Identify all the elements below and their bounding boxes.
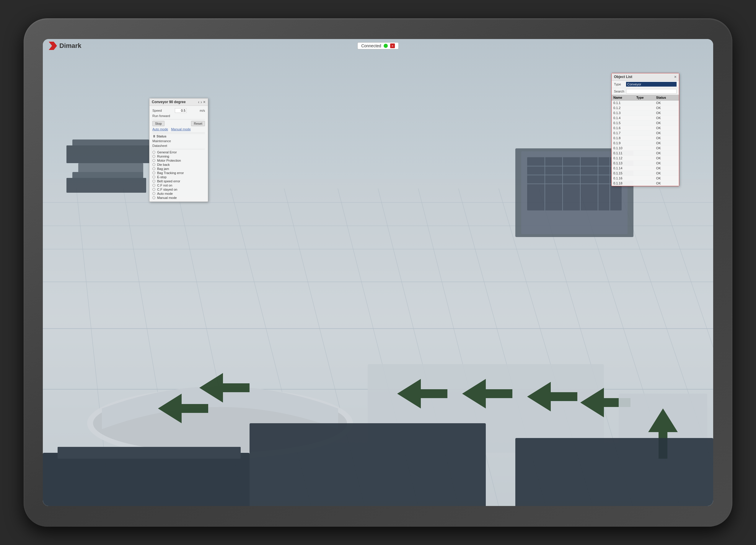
cell-status: OK <box>654 181 679 186</box>
stop-button[interactable]: Stop <box>152 121 164 126</box>
type-filter-label: Type <box>614 82 624 86</box>
svg-rect-51 <box>250 423 486 506</box>
status-indicator <box>152 163 155 166</box>
table-row[interactable]: 0.1.13 OK <box>612 161 679 166</box>
panel-nav: ‹ › × <box>198 100 206 104</box>
table-row[interactable]: 0.1.8 OK <box>612 136 679 141</box>
status-indicator <box>152 167 155 170</box>
cell-name: 0.1.4 <box>612 115 635 121</box>
cell-type <box>635 110 654 115</box>
cell-type <box>635 146 654 151</box>
table-row[interactable]: 0.1.12 OK <box>612 156 679 161</box>
logo-area: Dimark <box>49 42 82 50</box>
status-item: C.F stayed on <box>152 187 205 191</box>
datasheet-label[interactable]: Datasheet <box>152 144 167 147</box>
panel-close-button[interactable]: × <box>203 100 206 104</box>
cell-status: OK <box>654 156 679 161</box>
cell-status: OK <box>654 105 679 110</box>
object-table: Name Type Status 0.1.1 OK0.1.2 OK0.1.3 <box>612 95 679 186</box>
table-row[interactable]: 0.1.18 OK <box>612 181 679 186</box>
cell-status: OK <box>654 176 679 181</box>
search-input[interactable] <box>626 89 677 94</box>
status-item-label: General Error <box>157 150 177 154</box>
type-filter-select[interactable]: Conveyor <box>626 82 677 87</box>
status-item-label: Bag Tracking error <box>157 171 184 175</box>
cell-status: OK <box>654 166 679 171</box>
cell-status: OK <box>654 115 679 121</box>
auto-mode-link[interactable]: Auto mode <box>152 127 168 131</box>
table-row[interactable]: 0.1.2 OK <box>612 105 679 110</box>
cell-status: OK <box>654 126 679 131</box>
speed-unit: m/s <box>200 109 205 112</box>
cell-name: 0.1.9 <box>612 141 635 146</box>
cell-name: 0.1.16 <box>612 176 635 181</box>
cell-type <box>635 161 654 166</box>
divider-1 <box>152 119 205 119</box>
table-row[interactable]: 0.1.10 OK <box>612 146 679 151</box>
cell-type <box>635 176 654 181</box>
cell-type <box>635 126 654 131</box>
svg-rect-52 <box>515 438 713 506</box>
status-item-label: Motor Protection <box>157 159 181 162</box>
panel-title-bar: Conveyor 90 degree ‹ › × <box>149 98 208 106</box>
tablet-screen: Dimark Connected × Conveyor 90 degree ‹ … <box>43 39 713 506</box>
status-indicator <box>152 155 155 158</box>
table-row[interactable]: 0.1.14 OK <box>612 166 679 171</box>
table-row[interactable]: 0.1.4 OK <box>612 115 679 121</box>
object-list-panel: Object List × Type Conveyor Search Name … <box>611 73 679 186</box>
status-indicator <box>152 180 155 183</box>
run-forward-label: Run forward <box>152 114 170 118</box>
table-row[interactable]: 0.1.5 OK <box>612 121 679 126</box>
status-item: Manual mode <box>152 196 205 200</box>
status-indicator <box>152 192 155 195</box>
obj-title-bar: Object List × <box>612 73 679 81</box>
maintenance-label[interactable]: Maintenance <box>152 139 171 143</box>
svg-rect-23 <box>66 145 152 163</box>
status-item-label: Running <box>157 154 169 158</box>
cell-name: 0.1.7 <box>612 131 635 136</box>
reset-button[interactable]: Reset <box>191 121 205 126</box>
status-item: Belt speed error <box>152 179 205 183</box>
table-row[interactable]: 0.1.15 OK <box>612 171 679 176</box>
status-indicator <box>152 151 155 154</box>
nav-next-arrow[interactable]: › <box>201 100 202 104</box>
status-item: Die back <box>152 162 205 167</box>
cell-name: 0.1.15 <box>612 171 635 176</box>
mode-row: Auto mode Manual mode <box>152 127 205 131</box>
svg-rect-50 <box>58 447 241 459</box>
search-label: Search <box>614 89 624 93</box>
table-row[interactable]: 0.1.16 OK <box>612 176 679 181</box>
table-header-row: Name Type Status <box>612 95 679 100</box>
table-row[interactable]: 0.1.9 OK <box>612 141 679 146</box>
cell-name: 0.1.5 <box>612 121 635 126</box>
status-item-label: Manual mode <box>157 196 177 199</box>
table-row[interactable]: 0.1.1 OK <box>612 100 679 105</box>
table-row[interactable]: 0.1.3 OK <box>612 110 679 115</box>
table-row[interactable]: 0.1.11 OK <box>612 151 679 156</box>
table-row[interactable]: 0.1.7 OK <box>612 131 679 136</box>
status-item-label: Die back <box>157 163 170 166</box>
panel-title: Conveyor 90 degree <box>152 100 186 104</box>
status-items-container: General Error Running Motor Protection D… <box>152 150 205 200</box>
status-item-label: Bag jam <box>157 167 169 170</box>
cell-type <box>635 136 654 141</box>
speed-input[interactable] <box>175 108 187 113</box>
cell-name: 0.1.18 <box>612 181 635 186</box>
table-row[interactable]: 0.1.6 OK <box>612 126 679 131</box>
cell-status: OK <box>654 131 679 136</box>
status-item: E-stop <box>152 175 205 179</box>
manual-mode-link[interactable]: Manual mode <box>171 127 191 131</box>
status-item: Running <box>152 154 205 158</box>
status-item-label: Belt speed error <box>157 179 180 183</box>
connection-badge: Connected × <box>357 42 399 49</box>
col-name: Name <box>612 95 635 100</box>
speed-row: Speed m/s <box>152 108 205 113</box>
nav-prev-arrow[interactable]: ‹ <box>198 100 199 104</box>
connection-label: Connected <box>361 43 381 48</box>
status-item-label: C.F stayed on <box>157 188 177 191</box>
cell-type <box>635 131 654 136</box>
connection-close-button[interactable]: × <box>390 43 395 48</box>
maintenance-row: Maintenance <box>152 139 205 143</box>
obj-close-button[interactable]: × <box>674 74 677 79</box>
status-item: Motor Protection <box>152 158 205 162</box>
